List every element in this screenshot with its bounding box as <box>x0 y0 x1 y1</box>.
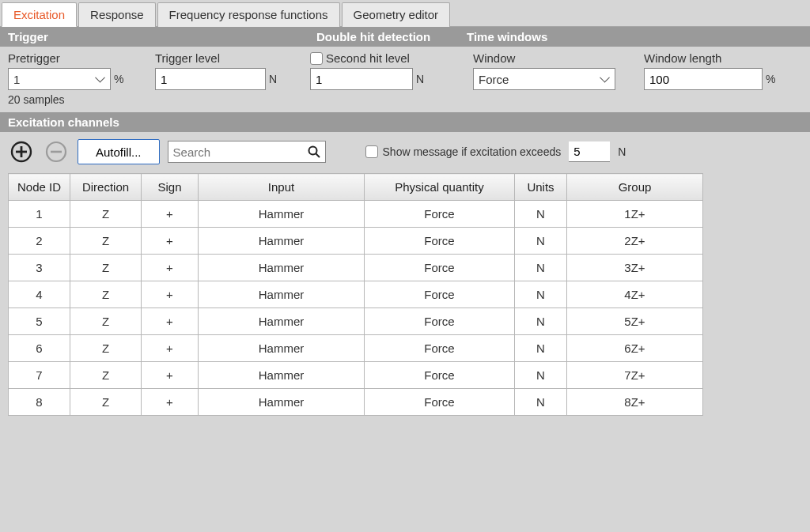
group-cell[interactable]: 6Z+ <box>567 335 703 362</box>
col-sign[interactable]: Sign <box>142 174 199 201</box>
group-cell[interactable]: 5Z+ <box>567 308 703 335</box>
group-cell[interactable]: 7Z+ <box>567 362 703 389</box>
trigger-level-input[interactable] <box>155 68 266 90</box>
node-id-cell[interactable]: 3 <box>9 255 70 281</box>
direction-cell[interactable]: Z <box>70 228 142 255</box>
sign-cell[interactable]: + <box>142 255 199 281</box>
table-row[interactable]: 1Z+HammerForceN1Z+ <box>9 201 703 228</box>
second-hit-input[interactable] <box>310 68 413 90</box>
table-row[interactable]: 6Z+HammerForceN6Z+ <box>9 335 703 362</box>
pretrigger-unit: % <box>114 73 123 85</box>
table-row[interactable]: 5Z+HammerForceN5Z+ <box>9 308 703 335</box>
tab-geometry-editor[interactable]: Geometry editor <box>342 2 451 27</box>
direction-cell[interactable]: Z <box>70 362 142 389</box>
node-id-cell[interactable]: 5 <box>9 308 70 335</box>
table-row[interactable]: 8Z+HammerForceN8Z+ <box>9 389 703 416</box>
sign-cell[interactable]: + <box>142 389 199 416</box>
input-cell[interactable]: Hammer <box>199 335 365 362</box>
input-cell[interactable]: Hammer <box>199 308 365 335</box>
search-wrap <box>168 141 326 163</box>
group-cell[interactable]: 1Z+ <box>567 201 703 228</box>
direction-cell[interactable]: Z <box>70 389 142 416</box>
table-header-row: Node ID Direction Sign Input Physical qu… <box>9 174 703 201</box>
node-id-cell[interactable]: 6 <box>9 335 70 362</box>
node-id-cell[interactable]: 4 <box>9 281 70 308</box>
table-row[interactable]: 3Z+HammerForceN3Z+ <box>9 255 703 281</box>
units-cell[interactable]: N <box>515 308 567 335</box>
units-cell[interactable]: N <box>515 362 567 389</box>
exceeds-value-input[interactable] <box>569 141 610 162</box>
physical-quantity-cell[interactable]: Force <box>365 335 515 362</box>
tab-excitation[interactable]: Excitation <box>2 2 77 27</box>
node-id-cell[interactable]: 7 <box>9 362 70 389</box>
pretrigger-select[interactable]: 1 <box>8 68 111 90</box>
group-cell[interactable]: 3Z+ <box>567 255 703 281</box>
autofill-button[interactable]: Autofill... <box>78 139 160 164</box>
table-row[interactable]: 4Z+HammerForceN4Z+ <box>9 281 703 308</box>
second-hit-unit: N <box>416 73 424 85</box>
col-direction[interactable]: Direction <box>70 174 142 201</box>
second-hit-checkbox[interactable] <box>310 52 323 65</box>
input-cell[interactable]: Hammer <box>199 281 365 308</box>
window-value: Force <box>479 73 509 86</box>
col-units[interactable]: Units <box>515 174 567 201</box>
window-label: Window <box>473 51 631 65</box>
sign-cell[interactable]: + <box>142 201 199 228</box>
sign-cell[interactable]: + <box>142 335 199 362</box>
exceeds-checkbox[interactable] <box>365 145 378 158</box>
search-input[interactable] <box>168 141 326 163</box>
tab-response[interactable]: Response <box>78 2 156 27</box>
physical-quantity-cell[interactable]: Force <box>365 308 515 335</box>
input-cell[interactable]: Hammer <box>199 201 365 228</box>
direction-cell[interactable]: Z <box>70 255 142 281</box>
pretrigger-value: 1 <box>13 73 20 86</box>
direction-cell[interactable]: Z <box>70 335 142 362</box>
sign-cell[interactable]: + <box>142 362 199 389</box>
input-cell[interactable]: Hammer <box>199 228 365 255</box>
node-id-cell[interactable]: 8 <box>9 389 70 416</box>
input-cell[interactable]: Hammer <box>199 255 365 281</box>
group-cell[interactable]: 2Z+ <box>567 228 703 255</box>
units-cell[interactable]: N <box>515 255 567 281</box>
col-physical-quantity[interactable]: Physical quantity <box>365 174 515 201</box>
physical-quantity-cell[interactable]: Force <box>365 228 515 255</box>
table-row[interactable]: 7Z+HammerForceN7Z+ <box>9 362 703 389</box>
sign-cell[interactable]: + <box>142 281 199 308</box>
second-hit-label: Second hit level <box>326 51 410 65</box>
physical-quantity-cell[interactable]: Force <box>365 255 515 281</box>
input-cell[interactable]: Hammer <box>199 389 365 416</box>
units-cell[interactable]: N <box>515 389 567 416</box>
plus-circle-icon <box>9 140 33 164</box>
sign-cell[interactable]: + <box>142 228 199 255</box>
tab-frf[interactable]: Frequency response functions <box>157 2 340 27</box>
units-cell[interactable]: N <box>515 228 567 255</box>
window-length-input[interactable] <box>644 68 763 90</box>
direction-cell[interactable]: Z <box>70 281 142 308</box>
physical-quantity-cell[interactable]: Force <box>365 201 515 228</box>
physical-quantity-cell[interactable]: Force <box>365 362 515 389</box>
units-cell[interactable]: N <box>515 281 567 308</box>
group-cell[interactable]: 4Z+ <box>567 281 703 308</box>
group-cell[interactable]: 8Z+ <box>567 389 703 416</box>
window-select[interactable]: Force <box>473 68 615 90</box>
pretrigger-note: 20 samples <box>8 93 142 106</box>
col-group[interactable]: Group <box>567 174 703 201</box>
field-window: Window Force <box>473 51 631 90</box>
direction-cell[interactable]: Z <box>70 201 142 228</box>
excitation-toolbar: Autofill... Show message if excitation e… <box>0 132 810 172</box>
sign-cell[interactable]: + <box>142 308 199 335</box>
units-cell[interactable]: N <box>515 335 567 362</box>
input-cell[interactable]: Hammer <box>199 362 365 389</box>
node-id-cell[interactable]: 2 <box>9 228 70 255</box>
add-channel-button[interactable] <box>8 138 35 165</box>
physical-quantity-cell[interactable]: Force <box>365 281 515 308</box>
units-cell[interactable]: N <box>515 201 567 228</box>
node-id-cell[interactable]: 1 <box>9 201 70 228</box>
col-node-id[interactable]: Node ID <box>9 174 70 201</box>
table-row[interactable]: 2Z+HammerForceN2Z+ <box>9 228 703 255</box>
col-input[interactable]: Input <box>199 174 365 201</box>
field-pretrigger: Pretrigger 1 % 20 samples <box>8 51 142 106</box>
physical-quantity-cell[interactable]: Force <box>365 389 515 416</box>
field-window-length: Window length % <box>644 51 794 90</box>
direction-cell[interactable]: Z <box>70 308 142 335</box>
